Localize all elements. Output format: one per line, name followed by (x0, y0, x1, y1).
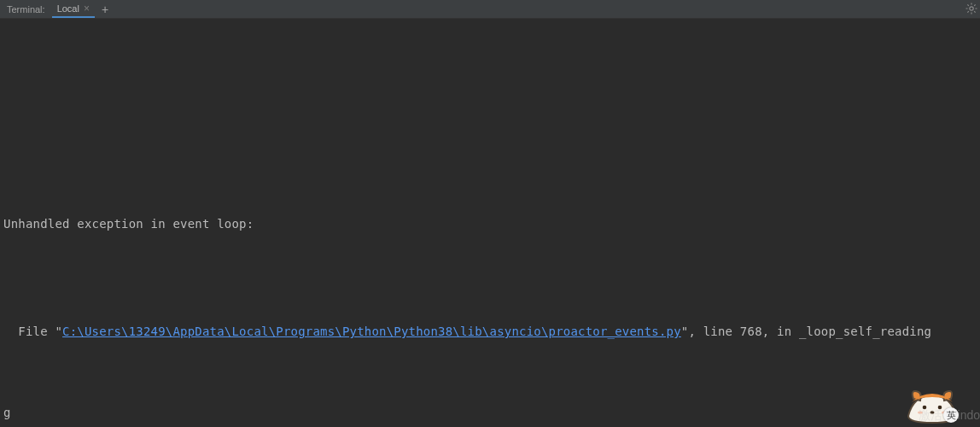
add-tab-button[interactable]: + (95, 3, 115, 16)
close-icon[interactable]: × (84, 3, 90, 14)
gear-icon[interactable] (965, 2, 978, 17)
traceback-wrap: g (3, 400, 977, 427)
terminal-output[interactable]: Unhandled exception in event loop: File … (0, 19, 980, 427)
tab-label: Local (57, 3, 79, 14)
terminal-panel-title: Terminal: (0, 4, 52, 15)
terminal-tabbar: Terminal: Local × + (0, 0, 980, 19)
traceback-header: Unhandled exception in event loop: (3, 211, 977, 238)
tab-local[interactable]: Local × (52, 0, 95, 18)
plus-icon: + (102, 3, 108, 16)
svg-point-0 (970, 7, 973, 10)
terminal-scrollback-gap (3, 76, 977, 157)
traceback-frame: File "C:\Users\13249\AppData\Local\Progr… (3, 319, 977, 346)
file-link[interactable]: C:\Users\13249\AppData\Local\Programs\Py… (62, 325, 681, 338)
